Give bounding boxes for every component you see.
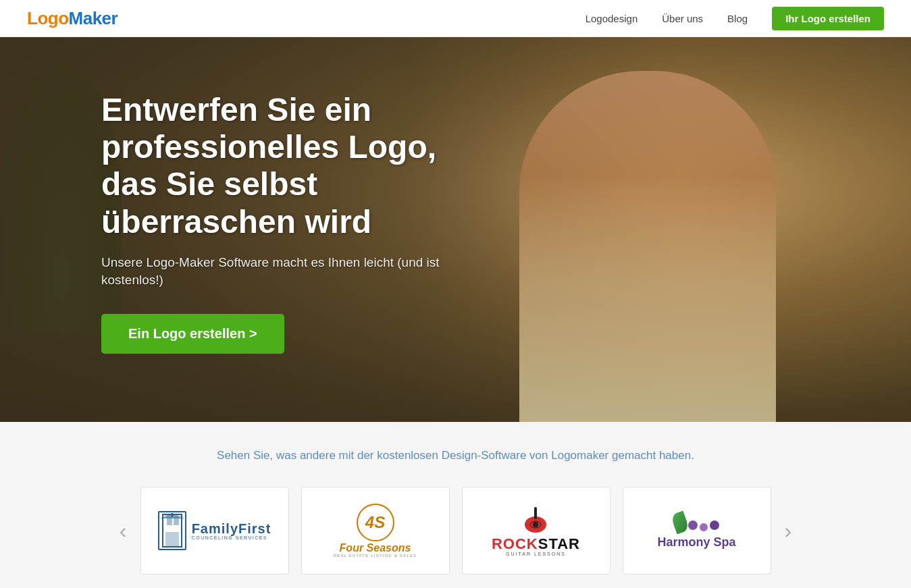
rockstar-guitar-svg [519, 506, 552, 533]
rockstar-text: ROCK STAR [492, 537, 580, 552]
nav-logodesign[interactable]: Logodesign [585, 13, 638, 24]
nav-cta-button[interactable]: Ihr Logo erstellen [772, 7, 884, 30]
harmonyspa-main-text: Harmony Spa [657, 535, 735, 550]
harmonyspa-icon [673, 512, 719, 533]
gallery-cards: FamilyFirst COUNCELING SERVICES 4S Four … [140, 487, 771, 574]
familyfirst-icon [158, 511, 186, 550]
familyfirst-logo: FamilyFirst COUNCELING SERVICES [158, 511, 271, 550]
site-logo[interactable]: LogoMaker [27, 8, 118, 29]
harmonyspa-circle-3 [710, 520, 719, 530]
logo-card-rockstar[interactable]: ROCK STAR GUITAR LESSONS [462, 487, 610, 574]
fourseasons-main-text: Four Seasons [340, 543, 411, 554]
harmonyspa-circles [688, 520, 719, 531]
logo-part2: Maker [69, 8, 118, 28]
nav-ueber-uns[interactable]: Über uns [662, 13, 703, 24]
familyfirst-building-icon [160, 513, 184, 548]
fourseasons-number: 4S [365, 513, 385, 532]
fourseasons-sub-text: REAL ESTATE LISTING & SALES [334, 554, 417, 558]
hero-cta-button[interactable]: Ein Logo erstellen > [101, 314, 284, 354]
logo-card-harmonyspa[interactable]: Harmony Spa [623, 487, 771, 574]
svg-rect-3 [165, 532, 179, 547]
fourseasons-logo: 4S Four Seasons REAL ESTATE LISTING & SA… [334, 504, 417, 558]
harmonyspa-circle-1 [688, 520, 698, 530]
logo-part1: Logo [27, 8, 69, 28]
logo-card-familyfirst[interactable]: FamilyFirst COUNCELING SERVICES [140, 487, 289, 574]
nav-blog[interactable]: Blog [727, 13, 748, 24]
rockstar-star-text: STAR [538, 537, 580, 552]
hero-content: Entwerfen Sie ein professionelles Logo, … [101, 91, 493, 354]
hero-person-image [519, 71, 776, 422]
rockstar-logo: ROCK STAR GUITAR LESSONS [492, 506, 580, 556]
familyfirst-main-text: FamilyFirst [192, 522, 271, 535]
hero-title: Entwerfen Sie ein professionelles Logo, … [101, 91, 493, 240]
rockstar-sub-text: GUITAR LESSONS [506, 552, 566, 556]
familyfirst-sub-text: COUNCELING SERVICES [192, 535, 271, 540]
rockstar-guitar-icon [519, 506, 552, 537]
logo-card-fourseasons[interactable]: 4S Four Seasons REAL ESTATE LISTING & SA… [301, 487, 450, 574]
navbar: LogoMaker Logodesign Über uns Blog Ihr L… [0, 0, 911, 37]
familyfirst-text: FamilyFirst COUNCELING SERVICES [192, 522, 271, 540]
gallery-row: ‹ FamilyFi [0, 487, 911, 574]
harmonyspa-circle-2 [700, 523, 708, 531]
nav-links: Logodesign Über uns Blog Ihr Logo erstel… [585, 7, 884, 30]
harmonyspa-logo: Harmony Spa [657, 512, 735, 550]
rockstar-rock-text: ROCK [492, 537, 538, 552]
gallery-subtitle: Sehen Sie, was andere mit der kostenlose… [0, 449, 911, 462]
gallery-section: Sehen Sie, was andere mit der kostenlose… [0, 422, 911, 588]
svg-rect-7 [534, 507, 537, 519]
fourseasons-circle: 4S [357, 504, 394, 541]
gallery-next-button[interactable]: › [771, 518, 806, 543]
harmonyspa-leaf-icon [671, 510, 690, 534]
hero-section: Entwerfen Sie ein professionelles Logo, … [0, 37, 911, 422]
hero-subtitle: Unsere Logo-Maker Software macht es Ihne… [101, 254, 493, 290]
svg-point-8 [533, 522, 538, 527]
gallery-prev-button[interactable]: ‹ [106, 518, 140, 543]
